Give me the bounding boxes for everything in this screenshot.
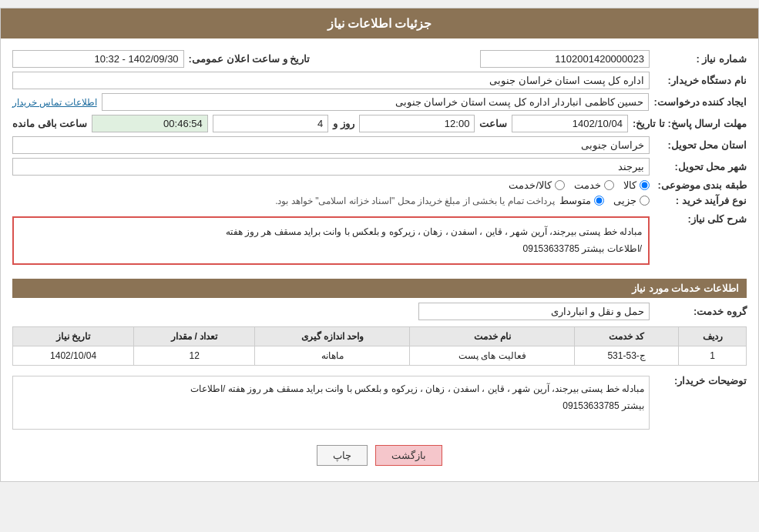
table-cell-row: 1 <box>679 346 747 366</box>
need-number-row: شماره نیاز : 1102001420000023 تاریخ و سا… <box>12 50 747 68</box>
description-line1: مبادله خط پستی بیرجند، آرین شهر ، قاین ،… <box>20 224 642 241</box>
process-type-label: نوع فرآیند خرید : <box>654 195 747 206</box>
table-cell-name: فعالیت های پست <box>410 346 574 366</box>
province-label: استان محل تحویل: <box>654 139 747 151</box>
radio-kala-khadamat-label: کالا/خدمت <box>509 179 552 191</box>
deadline-time-label: ساعت <box>479 118 507 129</box>
service-group-row: گروه خدمت: حمل و نقل و انبارداری <box>12 303 747 320</box>
buyer-notes-label: توضیحات خریدار: <box>654 372 747 386</box>
buyer-notes-row: توضیحات خریدار: مبادله خط پستی بیرجند، آ… <box>12 372 747 433</box>
radio-khadamat[interactable]: خدمت <box>574 179 614 191</box>
buyer-notes-line1: مبادله خط پستی بیرجند، آرین شهر ، قاین ،… <box>18 381 644 398</box>
table-cell-qty: 12 <box>134 346 255 366</box>
description-box: مبادله خط پستی بیرجند، آرین شهر ، قاین ،… <box>12 216 650 265</box>
page-wrapper: جزئیات اطلاعات نیاز شماره نیاز : 1102001… <box>0 8 759 482</box>
table-cell-unit: ماهانه <box>255 346 410 366</box>
service-table: ردیف کد خدمت نام خدمت واحد اندازه گیری ت… <box>12 326 747 366</box>
province-row: استان محل تحویل: خراسان جنوبی <box>12 136 747 154</box>
radio-kala-khadamat[interactable]: کالا/خدمت <box>509 179 565 191</box>
back-button[interactable]: بازگشت <box>375 445 442 466</box>
table-header-row: ردیف کد خدمت نام خدمت واحد اندازه گیری ت… <box>13 327 747 346</box>
city-value: بیرجند <box>12 158 650 176</box>
contact-link[interactable]: اطلاعات تماس خریدار <box>12 97 97 108</box>
description-line2: /اطلاعات بیشتر 09153633785 <box>20 241 642 258</box>
announce-label: تاریخ و ساعت اعلان عمومی: <box>189 53 311 65</box>
deadline-time: 12:00 <box>359 115 475 132</box>
col-header-name: نام خدمت <box>410 327 574 346</box>
radio-kala[interactable]: کالا <box>623 179 650 191</box>
radio-motevaset-label: متوسط <box>559 195 591 206</box>
content-area: شماره نیاز : 1102001420000023 تاریخ و سا… <box>1 38 758 481</box>
table-row: 1ج-53-531فعالیت های پستماهانه121402/10/0… <box>13 346 747 366</box>
remaining-label: ساعت باقی مانده <box>12 118 87 129</box>
creator-row: ایجاد کننده درخواست: حسین کاظمی انباردار… <box>12 93 747 111</box>
buyer-notes-line2: بیشتر 09153633785 <box>18 398 644 415</box>
buyer-notes-box: مبادله خط پستی بیرجند، آرین شهر ، قاین ،… <box>12 376 650 430</box>
creator-label: ایجاد کننده درخواست: <box>653 96 747 108</box>
col-header-code: کد خدمت <box>574 327 678 346</box>
deadline-days: 4 <box>213 115 329 132</box>
creator-value: حسین کاظمی انباردار اداره کل پست استان خ… <box>102 93 650 111</box>
print-button[interactable]: چاپ <box>317 445 368 466</box>
buyer-org-value: اداره کل پست استان خراسان جنوبی <box>12 72 650 89</box>
remaining-time: 00:46:54 <box>92 115 208 132</box>
province-value: خراسان جنوبی <box>12 136 650 154</box>
process-radio-group: جزیی متوسط <box>559 195 650 206</box>
need-number-label: شماره نیاز : <box>654 53 747 65</box>
service-info-title: اطلاعات خدمات مورد نیاز <box>12 279 747 298</box>
page-title: جزئیات اطلاعات نیاز <box>327 17 432 30</box>
page-header: جزئیات اطلاعات نیاز <box>1 8 758 38</box>
city-label: شهر محل تحویل: <box>654 161 747 172</box>
buyer-org-row: نام دستگاه خریدار: اداره کل پست استان خر… <box>12 72 747 89</box>
deadline-days-label: روز و <box>333 118 354 129</box>
category-row: طبقه بندی موضوعی: کالا خدمت کالا/خدمت <box>12 179 747 191</box>
process-note: پرداخت تمام یا بخشی از مبلغ خریداز محل "… <box>275 196 555 206</box>
radio-jozi[interactable]: جزیی <box>613 195 650 206</box>
radio-motevaset[interactable]: متوسط <box>559 195 604 206</box>
category-radio-group: کالا خدمت کالا/خدمت <box>509 179 650 191</box>
category-label: طبقه بندی موضوعی: <box>654 179 747 191</box>
radio-kala-label: کالا <box>623 179 636 191</box>
need-number-value: 1102001420000023 <box>480 50 650 68</box>
deadline-date: 1402/10/04 <box>512 115 628 132</box>
col-header-unit: واحد اندازه گیری <box>255 327 410 346</box>
col-header-row: ردیف <box>679 327 747 346</box>
city-row: شهر محل تحویل: بیرجند <box>12 158 747 176</box>
table-cell-date: 1402/10/04 <box>13 346 134 366</box>
service-group-value: حمل و نقل و انبارداری <box>418 303 650 320</box>
radio-khadamat-label: خدمت <box>574 179 601 191</box>
deadline-row: مهلت ارسال پاسخ: تا تاریخ: 1402/10/04 سا… <box>12 115 747 132</box>
buyer-org-label: نام دستگاه خریدار: <box>654 75 747 86</box>
description-row: شرح کلی نیاز: مبادله خط پستی بیرجند، آری… <box>12 210 747 271</box>
deadline-label: مهلت ارسال پاسخ: تا تاریخ: <box>633 118 747 129</box>
radio-jozi-label: جزیی <box>613 195 636 206</box>
col-header-date: تاریخ نیاز <box>13 327 134 346</box>
description-label: شرح کلی نیاز: <box>654 210 747 225</box>
bottom-buttons: بازگشت چاپ <box>12 445 747 466</box>
col-header-qty: تعداد / مقدار <box>134 327 255 346</box>
process-type-row: نوع فرآیند خرید : جزیی متوسط پرداخت تمام… <box>12 195 747 206</box>
table-cell-code: ج-53-531 <box>574 346 678 366</box>
service-group-label: گروه خدمت: <box>654 306 747 317</box>
announce-value: 1402/09/30 - 10:32 <box>12 50 184 68</box>
